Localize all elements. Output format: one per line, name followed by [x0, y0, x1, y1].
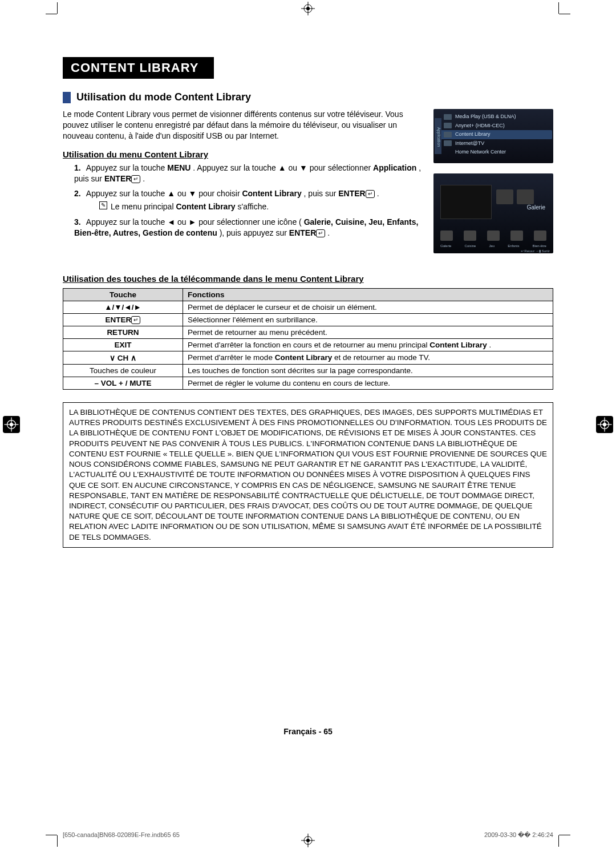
intro-paragraph: Le mode Content Library vous permet de v… — [63, 109, 423, 142]
step-text: Appuyez sur la touche ◄ ou ► pour sélect… — [86, 217, 302, 227]
step-bold: Application — [373, 163, 416, 172]
step-bold: ENTER — [289, 228, 316, 237]
step-bold: Content Library — [242, 189, 301, 198]
crop-mark — [558, 2, 559, 14]
page-number: Français - 65 — [63, 727, 553, 736]
enter-icon: ↵ — [131, 175, 140, 183]
registration-mark-icon — [301, 2, 315, 15]
fn-cell: Les touches de fonction sont décrites su… — [183, 365, 553, 377]
fn-cell: Permet d'arrêter le mode Content Library… — [183, 351, 553, 365]
instruction-list: 1. Appuyez sur la touche MENU . Appuyez … — [63, 163, 423, 238]
heading-accent-bar — [63, 92, 71, 103]
osd-category-icon — [510, 231, 523, 241]
enter-icon: ↵ — [131, 316, 140, 324]
step-text: . — [143, 174, 145, 183]
osd-caption: Enfants — [508, 244, 519, 248]
step-bold: ENTER — [338, 189, 365, 198]
key-label: EXIT — [114, 341, 131, 349]
print-footer: [650-canada]BN68-02089E-Fre.indb65 65 20… — [63, 831, 553, 839]
table-row: ∨ CH ∧ Permet d'arrêter le mode Content … — [63, 351, 553, 365]
osd-item-label: Media Play (USB & DLNA) — [455, 113, 516, 121]
fn-text: et de retourner au mode TV. — [334, 353, 430, 362]
osd-category-icon — [534, 231, 546, 241]
table-row: ENTER↵ Sélectionner l'élément en surbril… — [63, 314, 553, 326]
step-text: Appuyez sur la touche — [86, 163, 167, 172]
osd-icon-strip — [440, 231, 546, 241]
step-text: Appuyez sur la touche ▲ ou ▼ pour choisi… — [86, 189, 242, 198]
note-icon: ✎ — [99, 201, 107, 209]
fn-cell: Permet d'arrêter la fonction en cours et… — [183, 339, 553, 351]
remote-functions-table: Touche Fonctions ▲/▼/◄/► Permet de dépla… — [63, 288, 553, 390]
key-cell: ∨ CH ∧ — [63, 351, 183, 365]
osd-caption: Jeu — [489, 244, 495, 248]
fn-bold: Content Library — [275, 353, 333, 362]
osd-thumb-row — [496, 189, 534, 204]
key-cell: ▲/▼/◄/► — [63, 301, 183, 314]
osd-caption: Cuisine — [464, 244, 476, 248]
table-header-key: Touche — [63, 289, 183, 301]
osd-screenshot-menu: Application Media Play (USB & DLNA) Anyn… — [433, 109, 553, 163]
instruction-step-3: 3. Appuyez sur la touche ◄ ou ► pour sél… — [74, 217, 423, 238]
table-row: – VOL + / MUTE Permet de régler le volum… — [63, 377, 553, 390]
osd-caption-strip: Galerie Cuisine Jeu Enfants Bien-être — [440, 244, 546, 248]
table-row: Touches de couleur Les touches de foncti… — [63, 365, 553, 377]
step-text: . — [377, 189, 379, 198]
print-file-name: [650-canada]BN68-02089E-Fre.indb65 65 — [63, 831, 180, 839]
osd-screenshot-gallery: Galerie Galerie Cuisine Jeu Enfants Bien… — [433, 173, 553, 253]
print-timestamp: 2009-03-30 �� 2:46:24 — [484, 831, 553, 839]
osd-caption: Galerie — [440, 244, 451, 248]
osd-preview-image — [440, 185, 492, 219]
crop-mark — [57, 835, 58, 847]
fn-cell: Permet de retourner au menu précédent. — [183, 326, 553, 339]
key-cell: EXIT — [63, 339, 183, 351]
table-row: EXIT Permet d'arrêter la fonction en cou… — [63, 339, 553, 351]
key-label: ENTER — [106, 316, 132, 324]
step-number: 2. — [74, 189, 81, 198]
library-icon — [444, 132, 452, 138]
crop-mark — [559, 14, 570, 14]
osd-menu-item: Home Network Center — [444, 148, 549, 157]
osd-item-label: Anynet+ (HDMI-CEC) — [455, 122, 505, 130]
crop-mark — [559, 835, 570, 835]
table-row: RETURN Permet de retourner au menu précé… — [63, 326, 553, 339]
fn-text: . — [489, 341, 492, 349]
step-text: . Appuyez sur la touche ▲ ou ▼ pour séle… — [193, 163, 373, 172]
crop-mark — [46, 835, 57, 835]
osd-menu-item: Anynet+ (HDMI-CEC) — [444, 122, 549, 131]
table-header-fn: Fonctions — [183, 289, 553, 301]
step-text: , puis sur — [304, 189, 339, 198]
fn-bold: Content Library — [429, 341, 487, 349]
intro-text: Le mode Content Library vous permet de v… — [63, 109, 423, 142]
chapter-title: CONTENT LIBRARY — [63, 57, 214, 79]
subsection-heading: Utilisation du menu Content Library — [63, 149, 423, 159]
registration-mark-icon — [3, 416, 20, 433]
note-text: Le menu principal — [111, 202, 176, 211]
fn-cell: Permet de déplacer le curseur et de choi… — [183, 301, 553, 314]
key-label: – VOL + / MUTE — [95, 379, 152, 387]
step-note: ✎ Le menu principal Content Library s'af… — [74, 201, 423, 212]
section-heading-text: Utilisation du mode Content Library — [76, 91, 251, 103]
fn-text: Permet d'arrêter le mode — [188, 353, 275, 362]
instruction-step-2: 2. Appuyez sur la touche ▲ ou ▼ pour cho… — [74, 188, 423, 212]
step-number: 3. — [74, 217, 81, 227]
step-text: . — [327, 228, 330, 237]
key-label: RETURN — [107, 328, 139, 337]
osd-category-label: Galerie — [527, 204, 545, 211]
osd-side-tab: Application — [435, 118, 441, 154]
osd-item-label: Home Network Center — [455, 148, 506, 156]
instruction-step-1: 1. Appuyez sur la touche MENU . Appuyez … — [74, 163, 423, 184]
fn-text: Permet d'arrêter la fonction en cours et… — [188, 341, 429, 349]
step-number: 1. — [74, 163, 81, 172]
step-text: ), puis appuyez sur — [220, 228, 289, 237]
osd-category-icon — [440, 231, 453, 241]
osd-thumb — [517, 189, 534, 204]
osd-item-label: Internet@TV — [455, 140, 484, 148]
osd-thumb — [496, 189, 513, 204]
registration-mark-icon — [596, 416, 613, 433]
section-heading: Utilisation du mode Content Library — [63, 91, 553, 103]
key-cell: ENTER↵ — [63, 314, 183, 326]
osd-caption: Bien-être — [533, 244, 546, 248]
osd-category-icon — [487, 231, 500, 241]
disclaimer-box: LA BIBLIOTHÈQUE DE CONTENUS CONTIENT DES… — [63, 402, 553, 548]
osd-menu-item-selected: Content Library — [440, 130, 552, 139]
